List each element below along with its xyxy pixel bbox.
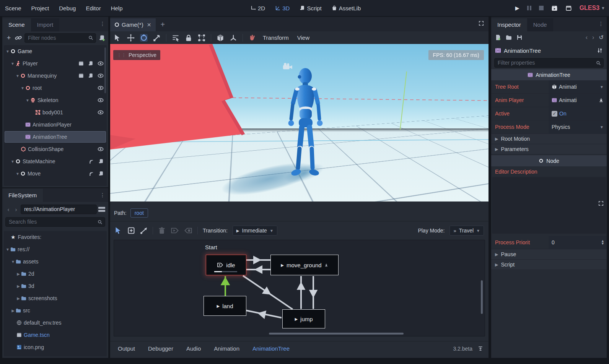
group-pause[interactable]: ▶ Pause (491, 249, 607, 260)
chevron-down-icon[interactable]: ▼ (5, 247, 10, 252)
mode-script-button[interactable]: Script (300, 5, 321, 11)
new-scene-tab-button[interactable]: + (156, 20, 169, 31)
signal-icon[interactable] (89, 171, 94, 176)
editor-description-field[interactable] (492, 177, 606, 234)
tree-row-statemachine[interactable]: ▼ StateMachine (4, 155, 107, 167)
dock-menu-icon[interactable]: ⋮ (100, 21, 105, 27)
fs-row-favorites[interactable]: ★ Favorites: (4, 231, 107, 243)
move-tool-icon[interactable] (127, 34, 135, 42)
play-scene-button[interactable] (551, 5, 558, 11)
tree-row-skeleton[interactable]: ▼ Skeleton (4, 94, 107, 106)
chevron-down-icon[interactable]: ▼ (15, 172, 20, 176)
menu-project[interactable]: Project (26, 5, 54, 11)
tab-node[interactable]: Node (527, 18, 553, 31)
filter-nodes-input[interactable] (24, 33, 96, 43)
tree-root-value[interactable]: Animati ▼ (549, 80, 607, 93)
fs-row-screenshots[interactable]: ▶ screenshots (4, 292, 107, 304)
current-path-field[interactable] (21, 205, 97, 214)
state-node-move-ground[interactable]: ▶ move_ground (270, 255, 339, 275)
tab-scene[interactable]: Scene (2, 18, 31, 31)
scale-tool-icon[interactable] (153, 34, 161, 42)
chevron-down-icon[interactable]: ▼ (10, 159, 15, 164)
load-resource-icon[interactable] (506, 34, 512, 41)
visibility-eye-icon[interactable] (98, 61, 104, 66)
tree-row-root[interactable]: ▼ root (4, 82, 107, 94)
script-icon[interactable] (98, 171, 104, 176)
tab-inspector[interactable]: Inspector (491, 18, 527, 31)
distraction-free-icon[interactable] (479, 21, 484, 26)
chevron-down-icon[interactable]: ▼ (20, 86, 25, 90)
play-mode-dropdown[interactable]: » Travel ▼ (449, 226, 484, 236)
tools-icon[interactable] (597, 47, 603, 54)
stop-button[interactable] (539, 6, 544, 10)
menu-editor[interactable]: Editor (81, 5, 106, 11)
select-tool-icon[interactable] (114, 34, 122, 42)
split-mode-icon[interactable] (98, 207, 105, 212)
save-resource-icon[interactable] (516, 34, 523, 41)
chevron-right-icon[interactable]: ▶ (11, 309, 15, 313)
process-mode-value[interactable]: Physics ▼ (549, 120, 607, 133)
forward-icon[interactable]: › (13, 206, 19, 213)
script-icon[interactable] (88, 61, 93, 66)
stepper-icon[interactable]: ▲▼ (601, 240, 604, 245)
tree-row-player[interactable]: ▼ Player (4, 57, 107, 70)
anim-player-value[interactable]: Animati (549, 94, 607, 107)
section-animationtree[interactable]: AnimationTree (491, 69, 607, 80)
scene-tab-game[interactable]: Game(*) ✕ (110, 18, 156, 31)
mode-assetlib-button[interactable]: AssetLib (332, 5, 361, 11)
tree-row-game[interactable]: ▼ Game (4, 45, 107, 57)
visibility-eye-icon[interactable] (98, 85, 104, 91)
dock-menu-icon[interactable]: ⋮ (598, 21, 604, 27)
search-files-input[interactable] (5, 217, 105, 227)
sm-autoplay-icon[interactable] (171, 227, 179, 234)
state-node-idle[interactable]: idle (206, 255, 246, 275)
play-icon[interactable]: ▶ (281, 263, 284, 267)
history-forward-icon[interactable]: › (592, 34, 594, 41)
snap-icon[interactable] (217, 34, 224, 42)
view-menu[interactable]: View (296, 34, 311, 41)
movie-icon[interactable] (78, 73, 84, 78)
attach-script-button[interactable] (99, 35, 105, 41)
tree-row-animationtree[interactable]: AnimationTree (4, 131, 107, 143)
local-coords-icon[interactable] (230, 34, 237, 42)
chevron-right-icon[interactable]: ▶ (16, 296, 21, 301)
tree-row-move[interactable]: ▼ Move (4, 167, 107, 180)
fs-row-game-tscn[interactable]: Game.tscn (4, 329, 107, 341)
play-custom-scene-button[interactable] (565, 5, 572, 11)
fs-row-2d[interactable]: ▶ 2d (4, 268, 107, 280)
visibility-eye-icon[interactable] (98, 146, 104, 152)
tab-debugger[interactable]: Debugger (148, 345, 173, 352)
pause-button[interactable] (527, 6, 531, 10)
state-node-land[interactable]: ▶ land (204, 296, 246, 316)
close-icon[interactable]: ✕ (147, 22, 151, 28)
transform-menu[interactable]: Transform (261, 34, 290, 41)
sm-end-node-icon[interactable] (184, 227, 192, 234)
camera-gizmo-icon[interactable] (282, 62, 293, 70)
chevron-down-icon[interactable]: ▼ (600, 125, 604, 129)
tab-audio[interactable]: Audio (186, 345, 201, 352)
new-resource-icon[interactable] (495, 34, 501, 41)
expand-icon[interactable] (598, 201, 604, 206)
mode-2d-button[interactable]: 2D (251, 5, 265, 11)
tab-output[interactable]: Output (118, 345, 135, 352)
3d-viewport[interactable]: ⋮⋮ Perspective FPS: 60 (16.67 ms) (110, 44, 489, 202)
fs-row-assets[interactable]: ▼ assets (4, 255, 107, 268)
chevron-down-icon[interactable]: ▼ (15, 74, 20, 78)
scrollbar[interactable] (104, 47, 106, 93)
process-priority-value[interactable]: 0 ▲▼ (549, 236, 607, 249)
visibility-eye-icon[interactable] (98, 98, 104, 103)
section-node[interactable]: Node (491, 155, 607, 166)
renderer-dropdown[interactable]: GLES3▼ (580, 5, 605, 11)
checkbox-checked-icon[interactable]: ✓ (552, 111, 557, 117)
chevron-down-icon[interactable]: ▼ (600, 85, 604, 89)
sm-connect-nodes-icon[interactable] (140, 227, 148, 234)
fs-row-icon-png[interactable]: icon.png (4, 341, 107, 353)
list-select-icon[interactable] (172, 34, 179, 42)
chevron-down-icon[interactable]: ▼ (5, 49, 10, 54)
chevron-down-icon[interactable]: ▼ (10, 62, 15, 66)
signal-icon[interactable] (89, 159, 94, 164)
mode-3d-button[interactable]: 3D (275, 5, 290, 11)
state-node-jump[interactable]: ▶ jump (282, 309, 325, 328)
menu-debug[interactable]: Debug (54, 5, 81, 11)
tab-animationtree[interactable]: AnimationTree (252, 345, 290, 352)
